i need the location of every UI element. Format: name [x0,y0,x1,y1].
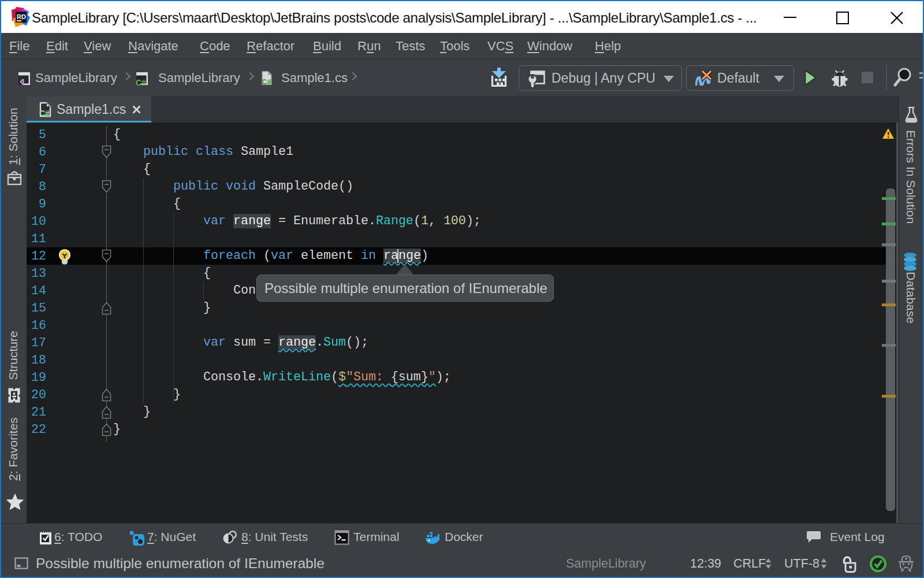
svg-text:C#: C# [262,77,271,86]
svg-text:C#: C# [39,109,50,117]
svg-text:C#: C# [136,78,146,87]
svg-text:RD: RD [17,13,26,20]
